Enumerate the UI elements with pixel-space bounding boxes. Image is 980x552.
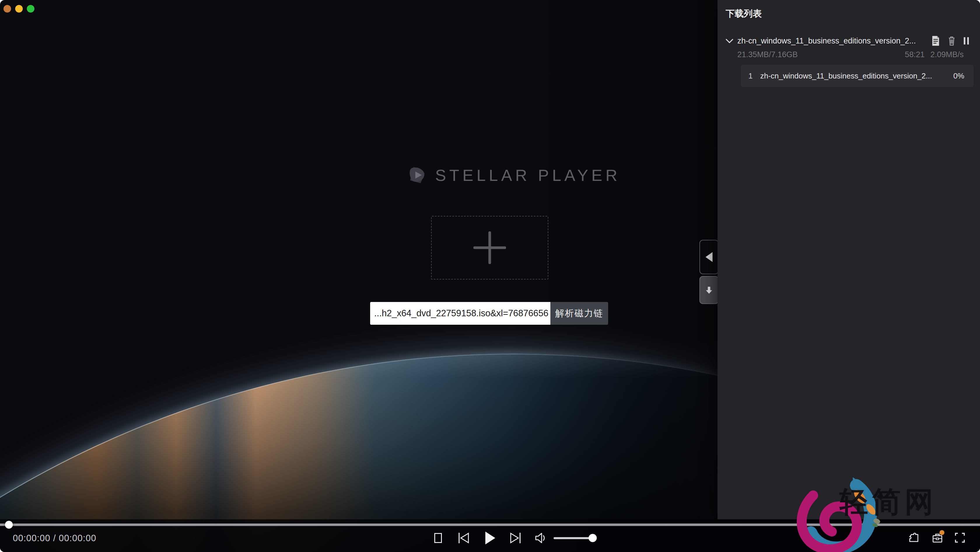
download-arrow-icon [704,285,714,295]
seek-handle[interactable] [5,521,13,529]
next-button[interactable] [509,532,522,544]
drop-zone[interactable] [431,216,548,280]
download-file-row[interactable]: 1 zh-cn_windows_11_business_editions_ver… [741,65,974,87]
pause-icon[interactable] [963,37,969,45]
toolbox-button[interactable] [932,532,943,544]
parse-magnet-button[interactable]: 解析磁力链 [550,302,608,325]
notification-dot [939,530,944,535]
next-icon [509,532,522,544]
previous-icon [457,532,470,544]
download-list-panel: 下载列表 zh-cn_windows_11_business_editions_… [718,0,980,519]
file-index: 1 [748,72,752,81]
zoom-button[interactable] [27,5,34,13]
download-stats: 21.35MB/7.16GB 58:21 2.09MB/s [737,50,964,59]
download-size: 21.35MB/7.16GB [737,50,798,59]
magnet-bar: 解析磁力链 [370,302,608,325]
file-name: zh-cn_windows_11_business_editions_versi… [760,72,948,81]
previous-button[interactable] [457,532,470,544]
chevron-down-icon[interactable] [725,37,734,45]
app-title: STELLAR PLAYER [435,166,620,185]
panel-title: 下载列表 [725,8,762,20]
close-button[interactable] [3,5,11,13]
volume-handle[interactable] [589,534,597,542]
plugins-button[interactable] [908,532,920,544]
fullscreen-button[interactable] [955,532,966,544]
download-speed: 2.09MB/s [931,50,964,59]
play-logo-icon [408,165,428,185]
stellar-player-window: STELLAR PLAYER 解析磁力链 下载列表 zh-cn_windows_… [0,0,980,552]
play-button[interactable] [485,531,495,544]
download-eta: 58:21 [905,50,924,59]
app-logo: STELLAR PLAYER [408,165,620,185]
time-display: 00:00:00 / 00:00:00 [13,533,96,544]
stop-button[interactable] [434,533,442,543]
plus-icon [473,231,506,264]
puzzle-icon [908,532,920,544]
download-panel-button[interactable] [699,276,719,304]
sidebar-collapse-button[interactable] [699,240,719,274]
file-percent: 0% [953,72,964,81]
magnet-link-input[interactable] [370,302,550,325]
minimize-button[interactable] [15,5,23,13]
download-actions [931,36,969,46]
play-icon [485,531,495,544]
arrow-left-icon [706,252,713,262]
trash-icon[interactable] [947,36,956,46]
download-item-header[interactable]: zh-cn_windows_11_business_editions_versi… [725,34,969,47]
seek-bar[interactable] [0,523,980,526]
volume-button[interactable] [535,531,547,544]
volume-slider[interactable] [554,537,592,539]
stop-icon [434,533,442,543]
file-info-icon[interactable] [931,36,940,46]
download-name: zh-cn_windows_11_business_editions_versi… [737,37,926,46]
speaker-icon [535,531,547,544]
fullscreen-icon [955,532,966,543]
